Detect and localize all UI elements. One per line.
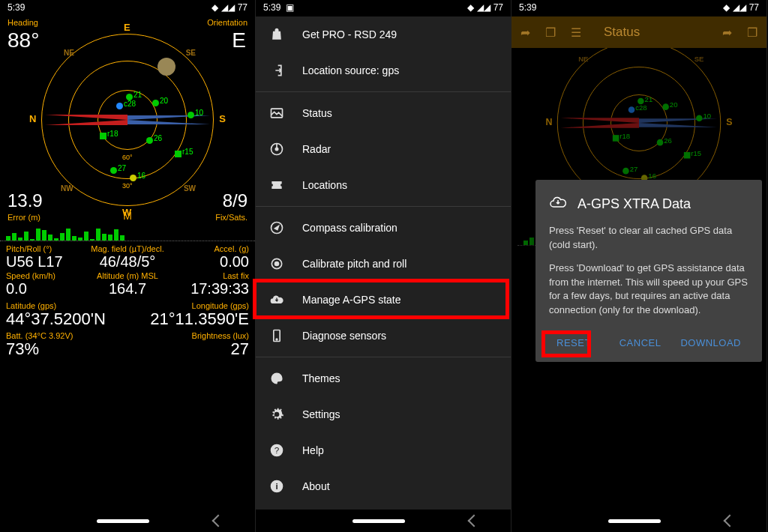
home-pill[interactable] (352, 519, 405, 523)
snr-bar (24, 232, 28, 241)
signal-icon: ◢◢ (477, 2, 490, 13)
satellite-label: r18 (620, 132, 630, 139)
snr-bar (530, 238, 534, 245)
palette-icon (269, 371, 284, 386)
satellite-marker (175, 151, 182, 157)
snr-bar (524, 241, 528, 245)
drawer-item-palette[interactable]: Themes (256, 360, 511, 396)
clock: 5:39 (519, 2, 536, 13)
drawer-item-ticket[interactable]: Locations (256, 167, 511, 203)
drawer-item-label: Help (302, 444, 324, 456)
download-button[interactable]: DOWNLOAD (673, 331, 748, 354)
screen-dialog: 5:39 ◆◢◢77 ➦ ❐ ☰ Status ➦ ❐ N S NE SE SW… (512, 0, 767, 532)
satellite-label: r15 (691, 149, 701, 157)
snr-bar (12, 233, 16, 241)
drawer-item-label: Get PRO - RSD 249 (302, 28, 397, 40)
battery-icon: 77 (494, 2, 503, 13)
cloud-download-icon (549, 193, 567, 215)
batt-value: 73% (6, 340, 128, 358)
back-button[interactable] (724, 515, 736, 528)
drawer-item-device[interactable]: Diagnose sensors (256, 318, 511, 354)
snr-bar (108, 235, 112, 241)
speed-label: Speed (km/h) (6, 271, 86, 280)
cardinal-ne: NE (64, 49, 74, 57)
navigation-drawer[interactable]: Get PRO - RSD 249Location source: gpsSta… (256, 16, 511, 510)
cancel-button[interactable]: CANCEL (612, 331, 669, 354)
drawer-item-help[interactable]: ?Help (256, 432, 511, 468)
signal-icon: ◢◢ (221, 2, 235, 13)
pitchroll-label: Pitch/Roll (°) (6, 244, 86, 253)
location-icon: ◆ (467, 2, 474, 13)
copy-icon[interactable]: ❐ (545, 25, 556, 40)
cardinal-se: SE (186, 49, 196, 57)
moon-indicator (158, 58, 176, 76)
signal-icon: ◢◢ (733, 2, 746, 13)
satellite-label: 27 (118, 164, 126, 172)
back-button[interactable] (212, 515, 225, 528)
dialog-title-text: A-GPS XTRA Data (578, 196, 691, 212)
error-value: 13.9 (8, 190, 43, 211)
drawer-item-gear[interactable]: Settings (256, 396, 511, 432)
location-icon: ◆ (212, 2, 218, 13)
home-pill[interactable] (97, 519, 149, 523)
drawer-item-target[interactable]: Calibrate pitch and roll (256, 246, 511, 282)
drawer-item-label: Location source: gps (302, 64, 399, 76)
accel-value: 0.00 (169, 253, 249, 270)
cardinal-nw: NW (61, 184, 74, 193)
share2-icon[interactable]: ➦ (722, 25, 732, 40)
satellite-marker (628, 106, 635, 113)
compass[interactable]: N E S W NE SE SW NW 60° 30° 21c282010r18… (41, 34, 214, 206)
satellite-label: c28 (635, 103, 646, 111)
location-icon: ◆ (723, 2, 730, 13)
target-icon (269, 256, 284, 271)
drawer-item-bag[interactable]: Get PRO - RSD 249 (256, 16, 511, 52)
reset-button[interactable]: RESET (549, 331, 598, 354)
compass-area: Heading 88° Orientation E N E S W NE SE … (0, 15, 255, 225)
satellite-label: 16 (648, 172, 656, 180)
snr-bar (120, 235, 124, 241)
drawer-item-label: Diagnose sensors (302, 330, 386, 342)
snr-bar (96, 229, 100, 241)
satellite-marker (100, 133, 106, 139)
radar-icon (269, 142, 284, 157)
satellite-marker (110, 167, 117, 174)
drawer-item-compass[interactable]: Compass calibration (256, 210, 511, 246)
device-icon (269, 328, 284, 343)
pitchroll-value: U56 L17 (6, 253, 86, 270)
satellite-marker (152, 100, 159, 106)
satellite-label: 27 (630, 165, 638, 172)
satellite-label: 16 (137, 172, 146, 180)
back-button[interactable] (468, 515, 481, 528)
drawer-item-radar[interactable]: Radar (256, 131, 511, 167)
status-icons: ◆◢◢77 (723, 2, 759, 13)
altitude-label: Altitude (m) MSL (88, 271, 168, 280)
home-pill[interactable] (608, 519, 661, 523)
satellite-label: 26 (154, 134, 162, 142)
accel-label: Accel. (g) (169, 244, 249, 253)
lastfix-value: 17:39:33 (169, 280, 249, 297)
drawer-item-exit[interactable]: Location source: gps (256, 52, 511, 88)
heading-label: Heading (8, 18, 38, 27)
drawer-item-label: Calibrate pitch and roll (302, 258, 406, 270)
satellite-marker (622, 168, 629, 175)
drawer-item-cloud[interactable]: Manage A-GPS state (256, 282, 511, 318)
snr-bar (36, 229, 40, 241)
satellite-marker (696, 115, 703, 122)
lastfix-label: Last fix (169, 271, 249, 280)
satellite-label: r15 (182, 148, 193, 156)
battery-icon: 77 (749, 2, 759, 13)
drawer-item-info[interactable]: iAbout (256, 468, 511, 504)
data-grid: Pitch/Roll (°)U56 L17 Mag. field (µT)/de… (0, 241, 255, 300)
ticket-icon (269, 178, 284, 193)
copy2-icon[interactable]: ❐ (747, 25, 758, 40)
info-icon: i (269, 479, 284, 494)
drawer-item-label: Radar (302, 143, 331, 155)
share-icon[interactable]: ➦ (520, 25, 530, 40)
clock: 5:39 ▣ (263, 2, 294, 13)
satellite-label: 21 (645, 95, 653, 103)
snr-bar (66, 229, 70, 241)
drawer-item-label: Compass calibration (302, 222, 398, 234)
drawer-item-image[interactable]: Status (256, 95, 511, 131)
menu-icon[interactable]: ☰ (571, 25, 581, 40)
satellite-marker (130, 175, 136, 181)
